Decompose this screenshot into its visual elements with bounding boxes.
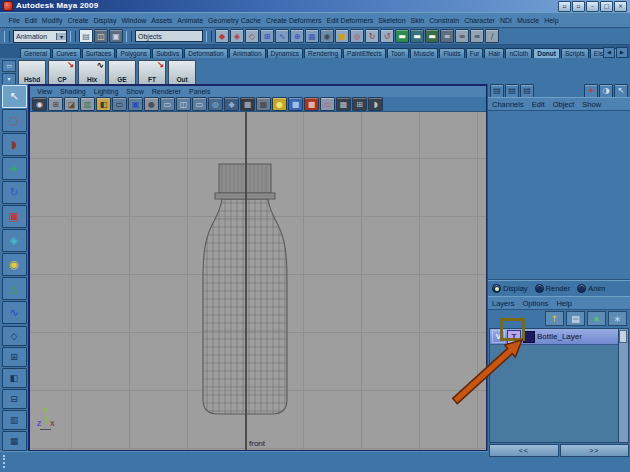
- shelf-tab[interactable]: Rendering: [304, 48, 342, 58]
- open-scene-icon[interactable]: ◫: [94, 29, 108, 43]
- film-gate-icon[interactable]: ◪: [64, 97, 79, 111]
- viewport-menu-item[interactable]: Shading: [56, 88, 90, 95]
- camera-attributes-icon[interactable]: ◫: [176, 97, 191, 111]
- persp-outliner-layout-button[interactable]: ◧: [2, 368, 27, 388]
- minimize-button[interactable]: –: [586, 1, 599, 12]
- menu-item[interactable]: Create: [65, 17, 91, 24]
- shelf-item[interactable]: ∿ Hix: [78, 60, 106, 85]
- layer-editor-menu-item[interactable]: Options: [519, 299, 553, 308]
- title-bar[interactable]: Autodesk Maya 2009 ▫▫–□×: [0, 0, 630, 12]
- select-camera-icon[interactable]: ◉: [32, 97, 47, 111]
- last-tool[interactable]: ∿: [2, 301, 27, 324]
- soft-modification-tool[interactable]: ◉: [2, 253, 27, 276]
- exposure-icon[interactable]: ⊞: [352, 97, 367, 111]
- menu-item[interactable]: Constrain: [427, 17, 462, 24]
- persp-graph-layout-button[interactable]: ⊟: [2, 389, 27, 409]
- layer-display-type-toggle[interactable]: T: [507, 330, 521, 344]
- lighting-mode-icon[interactable]: ●: [272, 97, 287, 111]
- layer-list[interactable]: V T Bottle_Layer: [489, 328, 629, 443]
- single-pane-layout-button[interactable]: ◇: [2, 326, 27, 346]
- layer-editor-menu-item[interactable]: Help: [552, 299, 575, 308]
- bookmarks-icon[interactable]: ▭: [192, 97, 207, 111]
- layer-editor-menu-item[interactable]: Layers: [488, 299, 519, 308]
- pager-left-button[interactable]: <<: [489, 444, 559, 457]
- shelf-tab[interactable]: PaintEffects: [343, 48, 386, 58]
- shelf-tab[interactable]: Subdivs: [152, 48, 183, 58]
- layer-mode-option[interactable]: Anim: [577, 284, 605, 293]
- menu-item[interactable]: Window: [119, 17, 149, 24]
- new-scene-icon[interactable]: ▤: [79, 29, 93, 43]
- safe-title-icon[interactable]: ●: [144, 97, 159, 111]
- construction-history-icon[interactable]: ↺: [380, 29, 394, 43]
- quick-selection-field[interactable]: Objects: [135, 30, 203, 42]
- menu-item[interactable]: NDI: [497, 17, 514, 24]
- axis-gizmo-icon[interactable]: +: [584, 84, 598, 98]
- shelf-menu-icon[interactable]: ▭: [2, 60, 16, 72]
- show-manipulator-tool[interactable]: △: [2, 277, 27, 300]
- lasso-select-tool[interactable]: ◌: [2, 109, 27, 132]
- save-scene-icon[interactable]: ▣: [109, 29, 123, 43]
- menu-item[interactable]: Skin: [408, 17, 427, 24]
- gamma-icon[interactable]: ◗: [368, 97, 383, 111]
- display-list-icon[interactable]: ≡: [455, 29, 469, 43]
- menu-item[interactable]: Skeleton: [376, 17, 408, 24]
- gate-mask-icon[interactable]: ◧: [96, 97, 111, 111]
- shelf-tab[interactable]: Dynamics: [267, 48, 304, 58]
- show-attribute-editor-icon[interactable]: ▤: [490, 84, 504, 98]
- make-live-icon[interactable]: ◉: [320, 29, 334, 43]
- channel-box-area[interactable]: [488, 111, 630, 280]
- pick-arrow-icon[interactable]: ↖: [614, 84, 628, 98]
- new-empty-layer-icon[interactable]: ∗: [587, 311, 606, 326]
- viewport-panel[interactable]: ViewShadingLightingShowRendererPanels ◉⊞…: [28, 84, 488, 452]
- rotate-tool[interactable]: ↻: [2, 181, 27, 204]
- shelf-item[interactable]: ↘ CP: [48, 60, 76, 85]
- show-channel-box-icon[interactable]: ▤: [520, 84, 534, 98]
- channel-box-menu-item[interactable]: Show: [578, 100, 605, 109]
- open-render-view-icon[interactable]: ▬: [395, 29, 409, 43]
- shelf-item[interactable]: ↘ FT: [138, 60, 166, 85]
- sphere-tool-icon[interactable]: ◑: [599, 84, 613, 98]
- layer-mode-option[interactable]: Render: [535, 284, 571, 293]
- four-pane-layout-button[interactable]: ⊞: [2, 347, 27, 367]
- move-layer-up-icon[interactable]: ↑: [545, 311, 564, 326]
- outliner-layout-button[interactable]: ▥: [2, 410, 27, 430]
- layer-mode-option[interactable]: Display: [492, 284, 528, 293]
- shelf-tab[interactable]: Curves: [52, 48, 81, 58]
- resolution-gate-icon[interactable]: ▥: [80, 97, 95, 111]
- menu-item[interactable]: Assets: [149, 17, 175, 24]
- shelf-tab[interactable]: Deformation: [184, 48, 227, 58]
- menu-item[interactable]: Modify: [39, 17, 65, 24]
- shaded-mode-icon[interactable]: ■: [240, 97, 255, 111]
- radio-button[interactable]: [577, 284, 586, 293]
- xray-icon[interactable]: ▦: [336, 97, 351, 111]
- channel-box-menu-item[interactable]: Channels: [488, 100, 528, 109]
- shelf-tab[interactable]: Hair: [484, 48, 504, 58]
- move-tool[interactable]: +: [2, 157, 27, 180]
- shelf-tab[interactable]: Fluids: [439, 48, 464, 58]
- scale-tool[interactable]: ▣: [2, 205, 27, 228]
- shelf-tab[interactable]: Toon: [387, 48, 409, 58]
- image-plane-icon[interactable]: ◍: [208, 97, 223, 111]
- snap-to-grid-icon[interactable]: ⊞: [260, 29, 274, 43]
- child-restore-button[interactable]: ▫: [572, 1, 585, 12]
- script-pen-icon[interactable]: ∕: [485, 29, 499, 43]
- shelf-tab[interactable]: Surfaces: [82, 48, 116, 58]
- input-connections-icon[interactable]: ↻: [365, 29, 379, 43]
- show-tool-settings-icon[interactable]: ▤: [505, 84, 519, 98]
- menu-item[interactable]: Help: [542, 17, 561, 24]
- shelf-tab[interactable]: Scripts: [561, 48, 589, 58]
- select-tool[interactable]: ↖: [2, 85, 27, 108]
- select-by-hierarchy-icon[interactable]: ◆: [215, 29, 229, 43]
- viewport-menu-item[interactable]: Panels: [185, 88, 214, 95]
- shelf-item[interactable]: Out: [168, 60, 196, 85]
- channel-box-menu-item[interactable]: Object: [549, 100, 579, 109]
- viewport-canvas[interactable]: front Y Z X: [30, 112, 486, 450]
- shelf-tab[interactable]: Fur: [466, 48, 484, 58]
- grid-toggle-icon[interactable]: ⊞: [48, 97, 63, 111]
- viewport-menu-item[interactable]: Lighting: [90, 88, 123, 95]
- layer-row[interactable]: V T Bottle_Layer: [490, 329, 619, 345]
- shadows-icon[interactable]: ■: [288, 97, 303, 111]
- isolate-select-icon[interactable]: ▭: [320, 97, 335, 111]
- shelf-item[interactable]: Hshd: [18, 60, 46, 85]
- snap-to-point-icon[interactable]: ⊕: [290, 29, 304, 43]
